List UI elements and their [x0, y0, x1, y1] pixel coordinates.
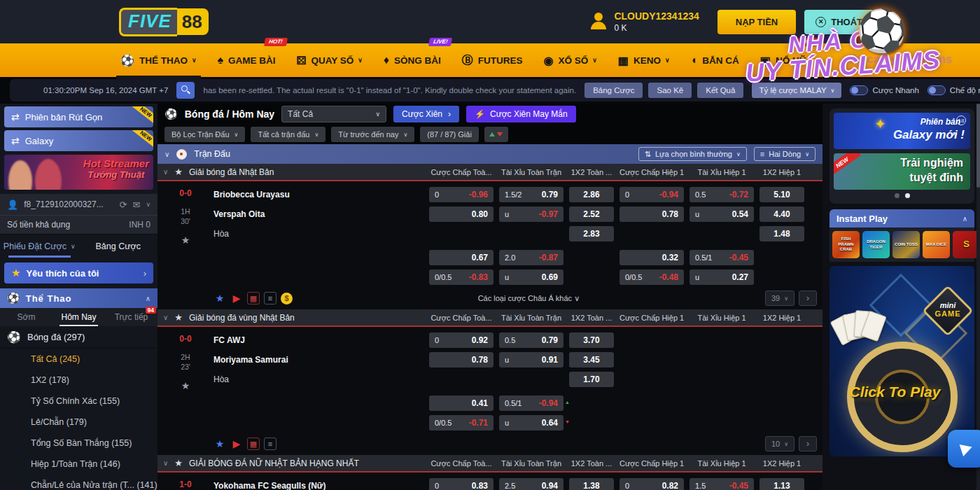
time-tab-hôm-nay[interactable]: Hôm Nay: [52, 308, 105, 326]
filter-b-l-c-tr-n-u[interactable]: Bộ Lọc Trận Đấu∨: [164, 127, 245, 142]
live-stream-icon[interactable]: ▶: [230, 292, 243, 304]
time-tab-trực-tiếp[interactable]: Trực tiếp94: [105, 308, 158, 326]
chevron-down-icon[interactable]: ∨: [163, 459, 168, 467]
odds-cell[interactable]: 0.5/1-0.94: [499, 396, 564, 411]
user-block[interactable]: CLOUDY12341234 0 K: [589, 10, 699, 33]
market-item[interactable]: Chẵn/Lẻ của Nửa trận (T... (141): [0, 475, 158, 490]
carousel-dot-active[interactable]: [905, 193, 910, 198]
nav-item-nổ-hũ[interactable]: ▣NỔ HŨHOT: [760, 43, 806, 77]
galaxy-banner[interactable]: ✦ 18 Phiên bản Galaxy mới !: [834, 113, 970, 149]
tab-betslip[interactable]: Phiếu Đặt Cược ∨: [0, 234, 79, 258]
odds-cell[interactable]: 00.82: [620, 478, 684, 490]
odds-cell[interactable]: 2.52: [569, 206, 614, 222]
odds-cell[interactable]: 1.38: [569, 478, 614, 490]
next-arrow-button[interactable]: ›: [799, 290, 817, 306]
sort-toggle[interactable]: [484, 127, 508, 142]
odds-cell[interactable]: 2.86: [569, 187, 614, 202]
odds-cell[interactable]: 0/0.5-0.83: [429, 270, 493, 285]
game-tile-dragon-tiger[interactable]: DRAGON TIGER: [862, 231, 890, 258]
game-tile-fish-prawn-crab[interactable]: FISH PRAWN CRAB: [832, 231, 860, 258]
parlay-button[interactable]: Cược Xiên ›: [393, 106, 459, 122]
odds-cell[interactable]: u0.69: [499, 270, 564, 285]
view-mode-dropdown[interactable]: ⇅ Lựa chọn bình thường ∨: [638, 147, 747, 161]
star-icon[interactable]: ★: [174, 167, 183, 177]
time-tab-sớm[interactable]: Sớm: [0, 308, 52, 326]
odds-cell[interactable]: u0.91: [499, 352, 564, 368]
chat-fab-button[interactable]: [948, 430, 980, 468]
odds-cell[interactable]: 2.50.94: [499, 478, 564, 490]
market-item[interactable]: 1X2 (178): [0, 370, 158, 391]
cashout-coin-icon[interactable]: $: [281, 293, 293, 304]
nav-item-keno[interactable]: ▦KENO∨: [618, 43, 670, 77]
favorite-star-icon[interactable]: ★: [181, 380, 190, 391]
odds-cell[interactable]: u0.27: [690, 270, 754, 285]
chevron-down-icon[interactable]: ∨: [163, 314, 168, 321]
favorite-star-icon[interactable]: ★: [181, 234, 190, 246]
odds-cell[interactable]: 1.48: [760, 226, 804, 241]
chevron-down-icon[interactable]: ∨: [163, 168, 168, 176]
odds-cell[interactable]: 0.67: [429, 250, 493, 265]
live-stream-icon[interactable]: ▶: [230, 438, 243, 450]
sports-section-header[interactable]: ⚽ Thể Thao ∧: [0, 288, 158, 308]
logout-button[interactable]: ✕ THOÁT: [804, 10, 874, 34]
odds-cell[interactable]: 3.45: [569, 352, 614, 368]
odds-cell[interactable]: 4.40: [760, 206, 804, 222]
filter-t-t-c-tr-n-u[interactable]: Tất cả trận đấu∨: [251, 127, 326, 142]
filter-t-tr-c-n-nay[interactable]: Từ trước đến nay∨: [331, 127, 414, 142]
chevron-down-icon[interactable]: ∨: [164, 150, 169, 158]
odds-cell[interactable]: 0.41: [429, 396, 493, 411]
line-mode-dropdown[interactable]: ≡ Hai Dòng ∨: [754, 147, 816, 161]
mini-game-promo[interactable]: mini GAME Click To Play: [830, 266, 974, 456]
odds-cell[interactable]: u0.64: [499, 415, 564, 430]
lucky-parlay-button[interactable]: ⚡ Cược Xiên May Mắn: [466, 106, 576, 122]
more-bets-count-dropdown[interactable]: 10∨: [765, 436, 794, 451]
nav-item-thể-thao[interactable]: ⚽THỂ THAO∨: [120, 43, 197, 77]
odds-cell[interactable]: 0.5/1-0.45: [690, 250, 754, 265]
odds-cell[interactable]: 2.0-0.87: [499, 250, 564, 265]
odds-cell[interactable]: u-0.97: [499, 206, 564, 222]
carousel-dot[interactable]: [895, 193, 899, 198]
market-item[interactable]: Tỷ Số Chính Xác (155): [0, 391, 158, 412]
tab-pending-bets[interactable]: Bảng Cược: [79, 234, 158, 258]
dark-mode-toggle[interactable]: Chế độ nền tối: [927, 85, 980, 95]
star-icon[interactable]: ★: [174, 458, 183, 468]
odds-cell[interactable]: 2.83: [569, 226, 614, 241]
odds-cell[interactable]: 0.78: [429, 352, 493, 368]
odds-cell[interactable]: 0.5-0.72: [690, 187, 754, 202]
subbar-button-sao-kê[interactable]: Sao Kê: [648, 83, 692, 98]
market-item[interactable]: Lẻ/Chẵn (179): [0, 412, 158, 433]
filter--87-87-gi-i[interactable]: (87 / 87) Giải: [420, 127, 479, 142]
experience-banner[interactable]: NEW Trải nghiệm tuyệt đỉnh: [834, 153, 970, 190]
account-row[interactable]: 👤 f8_7129102000327... ⟳ ✉ ∨: [0, 194, 158, 215]
star-icon[interactable]: ★: [174, 312, 183, 323]
nav-item-game-bài[interactable]: ♠GAME BÀIHOT!: [218, 43, 276, 77]
nav-item-bắn-cá[interactable]: ◖BẮN CÁ: [691, 43, 739, 77]
odds-cell[interactable]: 0/0.5-0.71: [429, 415, 493, 430]
odds-cell[interactable]: 00.92: [429, 332, 493, 348]
favorites-button[interactable]: ★ Yêu thích của tôi ›: [4, 262, 153, 284]
quick-bet-toggle[interactable]: Cược Nhanh: [850, 85, 918, 95]
more-asian-bets-link[interactable]: Các loại cược Châu Á khác ∨: [297, 294, 761, 303]
pitch-view-icon[interactable]: ▦: [247, 438, 260, 450]
next-arrow-button[interactable]: ›: [799, 436, 817, 451]
odds-type-dropdown[interactable]: Tỷ lệ cược MALAY ∨: [752, 83, 841, 98]
nav-item-sòng-bài[interactable]: ♦SÒNG BÀILIVE!: [384, 43, 441, 77]
compact-version-button[interactable]: ⇄ Phiên bản Rút Gọn NEW: [4, 106, 153, 127]
stats-icon[interactable]: ≡: [264, 438, 276, 450]
stats-icon[interactable]: ≡: [264, 292, 276, 304]
instant-play-header[interactable]: Instant Play ∧: [830, 209, 974, 227]
odds-cell[interactable]: 0.78: [620, 206, 684, 222]
favorite-star-icon[interactable]: ★: [214, 292, 226, 304]
odds-cell[interactable]: 1.70: [569, 372, 614, 387]
deposit-button[interactable]: NẠP TIỀN: [718, 10, 796, 34]
odds-cell[interactable]: 1.5/20.79: [499, 187, 564, 202]
odds-cell[interactable]: 0.32: [620, 250, 684, 265]
more-bets-count-dropdown[interactable]: 39∨: [765, 290, 794, 306]
odds-cell[interactable]: 0-0.94: [620, 187, 684, 202]
market-item[interactable]: Tất Cả (245): [0, 349, 158, 370]
league-select-dropdown[interactable]: Tất Cả ∨: [281, 106, 386, 122]
odds-cell[interactable]: 00.83: [429, 478, 493, 490]
odds-cell[interactable]: 0/0.5-0.48: [620, 270, 684, 285]
refresh-icon[interactable]: ⟳: [120, 200, 127, 210]
nav-item-quay-số[interactable]: ⚄QUAY SỐ∨: [297, 43, 363, 77]
